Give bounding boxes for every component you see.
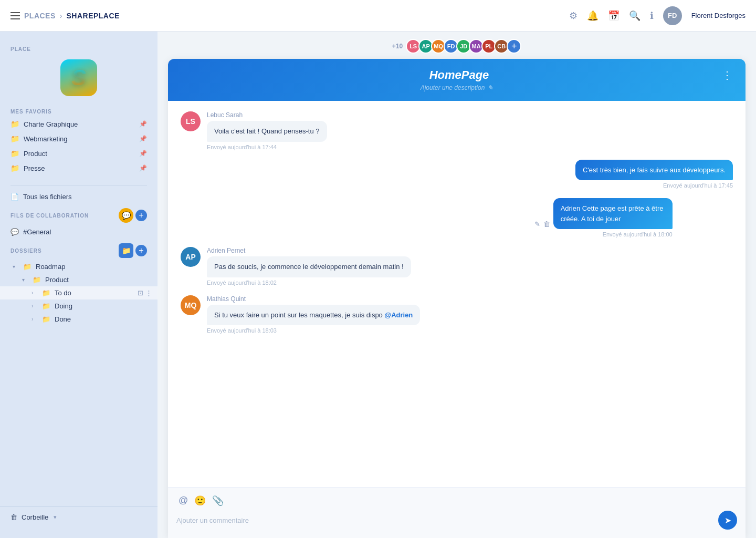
chat-menu-icon[interactable]: ⋮: [722, 69, 733, 81]
info-icon[interactable]: ℹ: [650, 10, 654, 22]
tree-item-doing[interactable]: › 📁 Doing: [0, 299, 158, 313]
notifications-icon[interactable]: 🔔: [587, 10, 598, 22]
msg-bubble-5: Si tu veux faire un point sur les maquet…: [207, 305, 420, 326]
collab-label: FILS DE COLLABORATION: [10, 213, 89, 219]
sidebar-item-charte[interactable]: 📁 Charte Graphique 📌: [0, 117, 158, 131]
avatars-bar: +10 LS AP MQ FD JD MA PL CB +: [158, 32, 756, 59]
pin-icon: 📌: [139, 135, 147, 142]
tree-action-copy-icon[interactable]: ⊡: [138, 289, 143, 297]
msg-time-4: Envoyé aujourd'hui à 18:02: [207, 280, 411, 286]
folder-icon: 📁: [10, 149, 19, 158]
place-logo: S: [0, 54, 158, 105]
add-folder-button[interactable]: +: [135, 245, 147, 256]
new-folder-button[interactable]: 📁: [119, 243, 133, 258]
send-icon: ➤: [724, 515, 731, 525]
collaboration-header: FILS DE COLLABORATION 💬 +: [0, 204, 158, 225]
messages-area[interactable]: LS Lebuc Sarah Voila c'est fait ! Quand …: [168, 101, 746, 487]
add-member-button[interactable]: +: [507, 39, 521, 54]
main-layout: PLACE S MES FAVORIS 📁 Charte Graphique 📌…: [0, 0, 756, 538]
msg-time-1: Envoyé aujourd'hui à 17:44: [207, 144, 327, 150]
sidebar-item-presse[interactable]: 📁 Presse 📌: [0, 161, 158, 175]
comment-input[interactable]: [176, 513, 713, 527]
folder-icon-doing: 📁: [42, 302, 50, 310]
dossiers-header: DOSSIERS 📁 +: [0, 239, 158, 260]
dossier-add-buttons: 📁 +: [119, 243, 147, 258]
message-3: ✎ 🗑 Adrien Cette page est prête à être c…: [181, 198, 733, 237]
send-button[interactable]: ➤: [718, 511, 737, 530]
msg-body-3: Adrien Cette page est prête à être créée…: [553, 198, 673, 237]
thread-general[interactable]: 💬 #General: [0, 225, 158, 239]
folder-icon: 📁: [10, 120, 19, 128]
message-4: AP Adrien Pernet Pas de soucis, je comme…: [181, 247, 733, 286]
msg-bubble-4: Pas de soucis, je commence le développem…: [207, 256, 411, 277]
tree-todo-actions: ⊡ ⋮: [138, 289, 152, 297]
sidebar-all-files[interactable]: 📄 Tous les fichiers: [0, 190, 158, 204]
chevron-down-icon-trash: ▾: [54, 514, 57, 521]
folder-icon-roadmap: 📁: [23, 263, 32, 271]
msg-body-2: C'est très bien, je fais suivre aux déve…: [575, 160, 733, 189]
nav-chevron-icon: ›: [60, 12, 62, 20]
calendar-icon[interactable]: 📅: [608, 10, 620, 22]
new-thread-button[interactable]: 💬: [119, 208, 133, 223]
message-1: LS Lebuc Sarah Voila c'est fait ! Quand …: [181, 111, 733, 150]
sidebar-divider-1: [10, 185, 147, 185]
trash-label: Corbeille: [22, 513, 48, 521]
thread-general-label: #General: [23, 228, 51, 236]
tree-label-done: Done: [55, 315, 71, 323]
msg-time-3: Envoyé aujourd'hui à 18:00: [553, 231, 673, 237]
main-content: +10 LS AP MQ FD JD MA PL CB + HomePage ⋮…: [158, 32, 756, 538]
chevron-down-icon: ▾: [13, 264, 21, 270]
chat-panel: HomePage ⋮ Ajouter une description ✎ LS …: [168, 59, 746, 538]
settings-icon[interactable]: ⚙: [569, 10, 578, 22]
edit-msg-icon[interactable]: ✎: [534, 220, 540, 228]
at-mention-icon[interactable]: @: [178, 495, 188, 506]
attach-icon[interactable]: 📎: [212, 495, 224, 506]
msg-3-wrapper: ✎ 🗑 Adrien Cette page est prête à être c…: [534, 198, 733, 237]
chat-bubble-icon: 💬: [10, 228, 19, 236]
hamburger-menu[interactable]: [10, 12, 20, 19]
input-toolbar: @ 🙂 📎: [176, 493, 737, 511]
tree-label-roadmap: Roadmap: [36, 263, 65, 271]
top-navigation: PLACES › SHAREPLACE ⚙ 🔔 📅 🔍 ℹ FD Florent…: [0, 0, 756, 32]
chevron-right-icon-doing: ›: [32, 303, 40, 309]
user-name: Florent Desforges: [691, 12, 746, 19]
tree-label-todo: To do: [55, 289, 71, 297]
sidebar-place-label: PLACE: [0, 42, 158, 54]
search-icon[interactable]: 🔍: [629, 10, 640, 22]
chat-title: HomePage: [196, 68, 722, 82]
message-5: MQ Mathias Quint Si tu veux faire un poi…: [181, 295, 733, 334]
chat-description: Ajouter une description ✎: [181, 84, 733, 91]
folder-icon-todo: 📁: [42, 289, 50, 297]
avatar-lebuc: LS: [181, 111, 201, 131]
tree-action-more-icon[interactable]: ⋮: [145, 289, 152, 297]
tree-item-done[interactable]: › 📁 Done: [0, 313, 158, 326]
msg-time-5: Envoyé aujourd'hui à 18:03: [207, 327, 420, 334]
tree-item-product[interactable]: ▾ 📁 Product: [0, 273, 158, 286]
favorites-section: 📁 Charte Graphique 📌 📁 Webmarketing 📌 📁 …: [0, 117, 158, 181]
sidebar-item-product-fav-label: Product: [24, 150, 135, 158]
folder-icon: 📁: [10, 164, 19, 172]
pin-icon: 📌: [139, 164, 147, 172]
tree-item-roadmap[interactable]: ▾ 📁 Roadmap: [0, 260, 158, 273]
sidebar-item-webmarketing[interactable]: 📁 Webmarketing 📌: [0, 131, 158, 146]
trash-icon: 🗑: [10, 513, 17, 521]
sidebar-item-charte-label: Charte Graphique: [24, 120, 135, 128]
user-avatar[interactable]: FD: [663, 6, 682, 25]
collab-add-buttons: 💬 +: [119, 208, 147, 223]
emoji-icon[interactable]: 🙂: [194, 495, 206, 506]
msg-bubble-2: C'est très bien, je fais suivre aux déve…: [575, 160, 733, 181]
tree-item-todo[interactable]: › 📁 To do ⊡ ⋮: [0, 286, 158, 299]
msg-time-2: Envoyé aujourd'hui à 17:45: [575, 182, 733, 189]
chat-header-top: HomePage ⋮: [181, 68, 733, 82]
chat-description-text: Ajouter une description: [421, 84, 485, 91]
delete-msg-icon[interactable]: 🗑: [543, 220, 550, 228]
place-logo-letter: S: [71, 65, 86, 90]
add-thread-button[interactable]: +: [135, 210, 147, 221]
edit-description-icon[interactable]: ✎: [488, 84, 493, 91]
mention-adrien: @Adrien: [384, 311, 413, 319]
avatar-mathias: MQ: [181, 295, 201, 315]
msg-sender-1: Lebuc Sarah: [207, 111, 327, 119]
nav-places-label[interactable]: PLACES: [24, 12, 56, 20]
trash-item[interactable]: 🗑 Corbeille ▾: [10, 513, 147, 521]
sidebar-item-product-fav[interactable]: 📁 Product 📌: [0, 146, 158, 161]
